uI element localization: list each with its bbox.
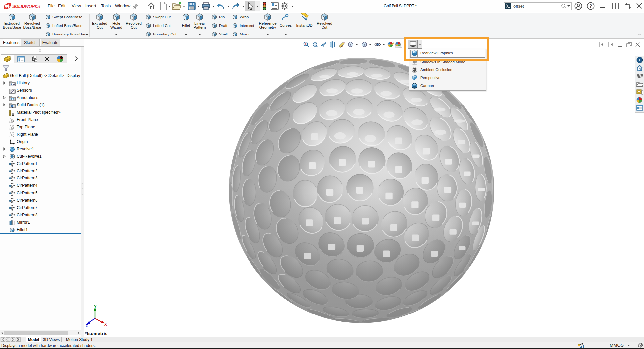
svg-text:Z: Z bbox=[86, 324, 88, 328]
svg-text:A: A bbox=[12, 98, 14, 101]
svg-text:A: A bbox=[341, 44, 343, 48]
svg-text:?: ? bbox=[589, 3, 592, 9]
svg-text:X: X bbox=[104, 322, 107, 326]
svg-text:SOLIDWORKS: SOLIDWORKS bbox=[12, 4, 40, 9]
svg-text:!: ! bbox=[579, 344, 579, 346]
svg-text:Y: Y bbox=[94, 305, 97, 309]
